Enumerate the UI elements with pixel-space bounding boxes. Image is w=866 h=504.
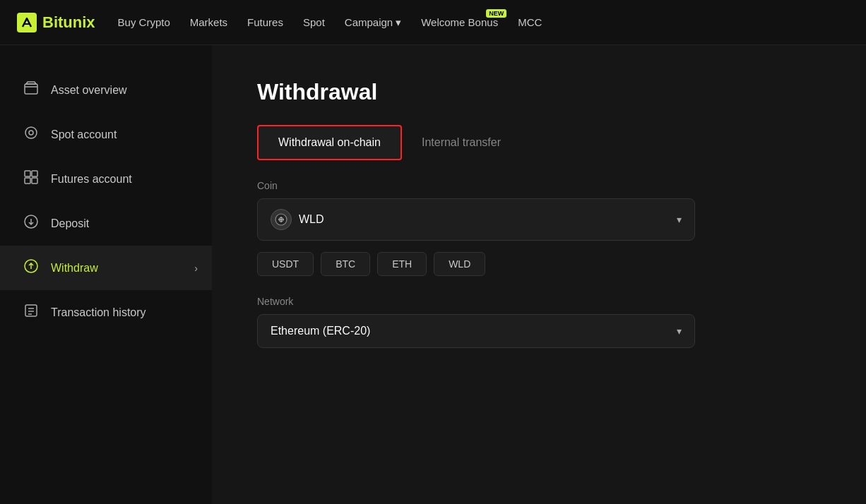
nav-campaign[interactable]: Campaign ▾ bbox=[345, 16, 401, 29]
coin-logo-icon bbox=[271, 209, 292, 230]
nav-mcc[interactable]: MCC bbox=[518, 16, 542, 28]
nav-markets[interactable]: Markets bbox=[190, 16, 227, 28]
sidebar-item-spot-account[interactable]: Spot account bbox=[0, 112, 212, 157]
svg-rect-6 bbox=[25, 178, 30, 184]
logo[interactable]: Bitunix bbox=[17, 13, 95, 32]
quick-coin-usdt[interactable]: USDT bbox=[257, 252, 314, 276]
withdraw-icon bbox=[23, 258, 40, 277]
svg-rect-4 bbox=[25, 171, 30, 176]
sidebar-label-asset-overview: Asset overview bbox=[51, 84, 127, 97]
campaign-chevron-icon: ▾ bbox=[396, 16, 401, 29]
sidebar-label-withdraw: Withdraw bbox=[51, 262, 98, 275]
network-dropdown-chevron-icon: ▾ bbox=[677, 325, 682, 337]
quick-coin-btc[interactable]: BTC bbox=[321, 252, 370, 276]
main-content: Asset overview Spot account Futures bbox=[0, 45, 866, 504]
history-icon bbox=[23, 303, 40, 322]
circle-icon bbox=[23, 125, 40, 144]
coin-section-label: Coin bbox=[257, 180, 821, 191]
quick-coin-eth[interactable]: ETH bbox=[377, 252, 427, 276]
svg-rect-1 bbox=[25, 84, 37, 94]
network-section-label: Network bbox=[257, 296, 821, 307]
page-title: Withdrawal bbox=[257, 79, 821, 105]
sidebar-label-futures-account: Futures account bbox=[51, 173, 132, 186]
nav-futures[interactable]: Futures bbox=[247, 16, 283, 28]
wallet-icon bbox=[23, 80, 40, 100]
network-dropdown[interactable]: Ethereum (ERC-20) ▾ bbox=[257, 314, 695, 348]
chevron-right-icon: › bbox=[194, 263, 198, 274]
logo-icon bbox=[17, 13, 37, 32]
sidebar-item-deposit[interactable]: Deposit bbox=[0, 201, 212, 246]
sidebar-label-deposit: Deposit bbox=[51, 217, 89, 230]
selected-network-name: Ethereum (ERC-20) bbox=[271, 325, 370, 337]
svg-rect-5 bbox=[32, 171, 37, 176]
svg-point-3 bbox=[29, 131, 33, 135]
sidebar-item-transaction-history[interactable]: Transaction history bbox=[0, 290, 212, 335]
tabs-row: Withdrawal on-chain Internal transfer bbox=[257, 125, 821, 160]
top-nav: Bitunix Buy Crypto Markets Futures Spot … bbox=[0, 0, 866, 45]
sidebar-item-withdraw[interactable]: Withdraw › bbox=[0, 246, 212, 290]
tab-withdrawal-onchain[interactable]: Withdrawal on-chain bbox=[257, 125, 402, 160]
tab-internal-transfer[interactable]: Internal transfer bbox=[402, 126, 521, 159]
new-badge: NEW bbox=[486, 9, 506, 18]
grid-icon bbox=[23, 169, 40, 188]
deposit-icon bbox=[23, 214, 40, 233]
sidebar-item-futures-account[interactable]: Futures account bbox=[0, 157, 212, 201]
logo-text: Bitunix bbox=[42, 13, 95, 32]
coin-dropdown-chevron-icon: ▾ bbox=[677, 214, 682, 225]
page-content: Withdrawal Withdrawal on-chain Internal … bbox=[212, 45, 866, 504]
nav-buy-crypto[interactable]: Buy Crypto bbox=[118, 16, 170, 28]
selected-coin-name: WLD bbox=[299, 213, 324, 226]
sidebar-item-asset-overview[interactable]: Asset overview bbox=[0, 68, 212, 112]
sidebar-label-spot-account: Spot account bbox=[51, 128, 117, 141]
nav-spot[interactable]: Spot bbox=[303, 16, 325, 28]
svg-point-2 bbox=[25, 127, 37, 138]
quick-coin-wld[interactable]: WLD bbox=[434, 252, 485, 276]
quick-coins: USDT BTC ETH WLD bbox=[257, 252, 821, 276]
sidebar: Asset overview Spot account Futures bbox=[0, 45, 212, 504]
nav-links: Buy Crypto Markets Futures Spot Campaign… bbox=[118, 16, 849, 29]
coin-dropdown[interactable]: WLD ▾ bbox=[257, 198, 695, 241]
svg-rect-7 bbox=[32, 178, 37, 184]
svg-rect-0 bbox=[17, 13, 37, 32]
coin-left: WLD bbox=[271, 209, 324, 230]
sidebar-label-transaction-history: Transaction history bbox=[51, 306, 146, 319]
nav-welcome-bonus[interactable]: Welcome Bonus NEW bbox=[421, 16, 498, 28]
